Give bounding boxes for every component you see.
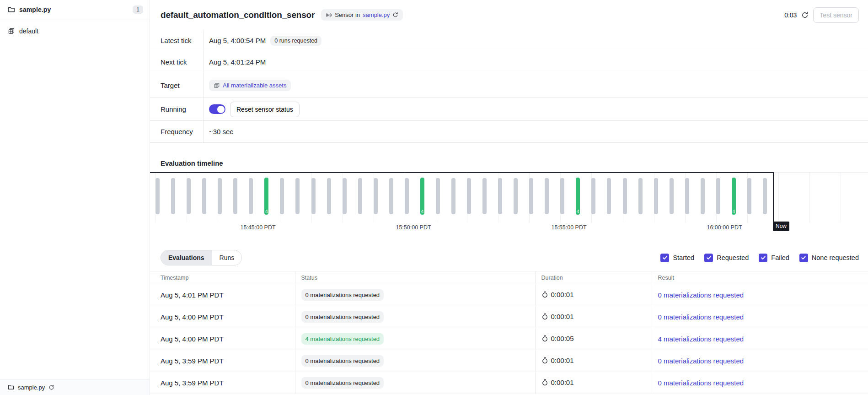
- tick-bar-none[interactable]: [202, 178, 206, 214]
- row-result-link[interactable]: 4 materializations requested: [658, 335, 744, 343]
- sensor-origin-file-link[interactable]: sample.py: [363, 11, 390, 18]
- tick-bar-none[interactable]: [343, 178, 347, 214]
- reload-icon[interactable]: [392, 12, 398, 18]
- tick-bar-none[interactable]: [280, 178, 284, 214]
- checkbox-checked-icon[interactable]: [704, 254, 713, 262]
- tick-bar-none[interactable]: [747, 178, 751, 214]
- now-marker-line: [773, 172, 774, 222]
- tick-bar-none[interactable]: [451, 178, 455, 214]
- tick-bar-none[interactable]: [638, 178, 643, 214]
- reload-icon[interactable]: [48, 384, 54, 390]
- tick-bar-none[interactable]: [670, 178, 674, 214]
- tick-bar-none[interactable]: [358, 178, 362, 214]
- filter-none-requested[interactable]: None requested: [799, 254, 859, 262]
- column-header-duration: Duration: [535, 271, 652, 284]
- row-status-badge: 0 materializations requested: [301, 289, 384, 301]
- tab-evaluations[interactable]: Evaluations: [161, 250, 212, 265]
- tick-bar-none[interactable]: [187, 178, 191, 214]
- tick-bar-none[interactable]: [295, 178, 300, 214]
- timeline-axis-label: 16:00:00 PDT: [707, 224, 742, 231]
- row-duration: 0:00:01: [551, 357, 574, 364]
- tick-bar-none[interactable]: [171, 178, 175, 214]
- tick-bar-requested[interactable]: 4: [732, 178, 736, 215]
- tick-bar-requested[interactable]: 4: [576, 178, 580, 215]
- row-result-link[interactable]: 0 materializations requested: [658, 379, 744, 387]
- tick-bar-none[interactable]: [233, 178, 237, 214]
- row-status-badge: 0 materializations requested: [301, 311, 384, 323]
- tick-bar-none[interactable]: [218, 178, 222, 214]
- filter-started[interactable]: Started: [660, 254, 694, 262]
- running-toggle[interactable]: [209, 104, 225, 114]
- tick-bar-none[interactable]: [311, 178, 316, 214]
- tick-bar-requested[interactable]: 4: [264, 178, 268, 215]
- app-window: sample.py 1 default sample.py: [0, 0, 868, 395]
- target-assets-chip[interactable]: All materializable assets: [209, 80, 291, 91]
- row-result-link[interactable]: 0 materializations requested: [658, 357, 744, 365]
- tick-bar-none[interactable]: [327, 178, 331, 214]
- code-location-count-badge: 1: [133, 5, 143, 14]
- sidebar-item-default[interactable]: default: [0, 23, 150, 39]
- table-row: Aug 5, 3:59 PM PDT0 materializations req…: [150, 372, 868, 394]
- timeline-heading: Evaluation timeline: [161, 159, 868, 167]
- tick-bar-none[interactable]: [514, 178, 518, 214]
- timeline-elapsed-line: [150, 172, 773, 173]
- tick-bar-none[interactable]: [716, 178, 720, 214]
- row-duration: 0:00:01: [551, 313, 574, 320]
- filter-failed[interactable]: Failed: [759, 254, 789, 262]
- stopwatch-icon: [541, 313, 548, 320]
- tick-bar-none[interactable]: [763, 178, 767, 214]
- row-duration: 0:00:05: [551, 335, 574, 342]
- table-header-row: Timestamp Status Duration Result: [150, 271, 868, 284]
- tick-bar-none[interactable]: [560, 178, 564, 214]
- refresh-icon[interactable]: [801, 11, 809, 19]
- tick-bar-requested[interactable]: 4: [420, 178, 424, 215]
- timeline-gridline: [809, 172, 810, 222]
- timeline-axis-label: 15:55:00 PDT: [551, 224, 586, 231]
- sensor-origin-text: Sensor in: [335, 11, 360, 18]
- tick-bar-none[interactable]: [607, 178, 611, 214]
- tick-bar-none[interactable]: [405, 178, 409, 214]
- filter-label: Failed: [771, 254, 789, 261]
- asset-grid-icon: [214, 82, 220, 89]
- tick-bar-none[interactable]: [467, 178, 471, 214]
- tick-bar-none[interactable]: [685, 178, 689, 214]
- table-row: Aug 5, 4:01 PM PDT0 materializations req…: [150, 284, 868, 306]
- info-row-target: Target All materializable assets: [150, 73, 868, 98]
- checkbox-checked-icon[interactable]: [759, 254, 767, 262]
- info-row-running: Running Reset sensor status: [150, 98, 868, 121]
- page-header: default_automation_condition_sensor Sens…: [150, 0, 868, 30]
- row-result-link[interactable]: 0 materializations requested: [658, 291, 744, 299]
- tick-bar-none[interactable]: [591, 178, 595, 214]
- tick-bar-none[interactable]: [529, 178, 533, 214]
- tick-bar-none[interactable]: [482, 178, 487, 214]
- tick-bar-none[interactable]: [155, 178, 160, 214]
- tick-bar-none[interactable]: [389, 178, 393, 214]
- test-sensor-button[interactable]: Test sensor: [813, 7, 859, 23]
- sidebar-footer[interactable]: sample.py: [0, 379, 150, 395]
- info-row-frequency: Frequency ~30 sec: [150, 121, 868, 143]
- info-label: Next tick: [150, 51, 204, 73]
- tick-bar-none[interactable]: [623, 178, 627, 214]
- row-timestamp: Aug 5, 3:59 PM PDT: [161, 379, 224, 387]
- tick-bar-none[interactable]: [545, 178, 549, 214]
- tick-bar-none[interactable]: [249, 178, 253, 214]
- reset-sensor-status-button[interactable]: Reset sensor status: [230, 102, 300, 117]
- stopwatch-icon: [541, 335, 548, 342]
- evaluations-runs-tabs: EvaluationsRuns: [161, 250, 242, 265]
- filter-requested[interactable]: Requested: [704, 254, 749, 262]
- sidebar-code-location[interactable]: sample.py 1: [0, 0, 150, 19]
- tick-bar-none[interactable]: [701, 178, 705, 214]
- tick-bar-none[interactable]: [654, 178, 658, 214]
- footer-code-location-label: sample.py: [18, 384, 45, 391]
- row-result-link[interactable]: 0 materializations requested: [658, 313, 744, 321]
- tab-runs[interactable]: Runs: [212, 250, 242, 265]
- info-row-latest-tick: Latest tick Aug 5, 4:00:54 PM 0 runs req…: [150, 30, 868, 51]
- filter-label: Started: [673, 254, 694, 261]
- tick-bar-none[interactable]: [374, 178, 378, 214]
- checkbox-checked-icon[interactable]: [660, 254, 669, 262]
- tick-bar-none[interactable]: [436, 178, 440, 214]
- tick-bar-none[interactable]: [498, 178, 502, 214]
- evaluations-table: Timestamp Status Duration Result Aug 5, …: [150, 271, 868, 394]
- checkbox-checked-icon[interactable]: [799, 254, 808, 262]
- refresh-countdown: 0:03: [784, 11, 797, 19]
